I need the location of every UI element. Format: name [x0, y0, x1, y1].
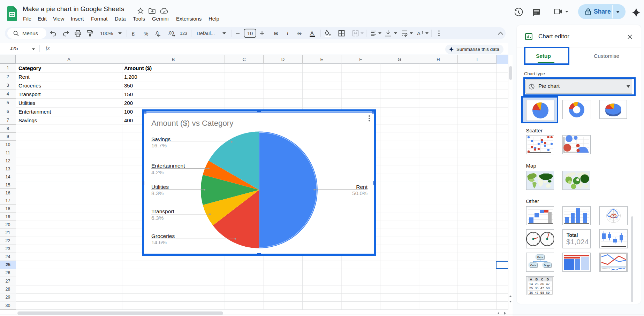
- svg-text:Cats: Cats: [530, 263, 536, 267]
- svg-text:36: 36: [529, 291, 533, 294]
- svg-text:D: D: [546, 277, 549, 281]
- svg-text:58: 58: [546, 286, 550, 290]
- svg-text:$1,024: $1,024: [566, 238, 589, 246]
- svg-text:B: B: [535, 277, 538, 281]
- svg-text:Total: Total: [567, 232, 578, 238]
- svg-text:25: 25: [529, 286, 533, 290]
- svg-text:C: C: [541, 277, 543, 281]
- svg-text:Pets: Pets: [537, 255, 543, 259]
- svg-text:14: 14: [529, 282, 533, 286]
- svg-text:47: 47: [535, 291, 538, 294]
- svg-text:A: A: [530, 277, 532, 281]
- svg-text:47: 47: [546, 282, 550, 286]
- svg-text:36: 36: [535, 286, 538, 290]
- svg-text:25: 25: [535, 282, 538, 286]
- svg-text:47: 47: [540, 286, 544, 290]
- svg-text:36: 36: [540, 282, 544, 286]
- svg-text:58: 58: [540, 291, 544, 294]
- svg-text:69: 69: [546, 291, 550, 294]
- svg-text:Dogs: Dogs: [544, 263, 550, 267]
